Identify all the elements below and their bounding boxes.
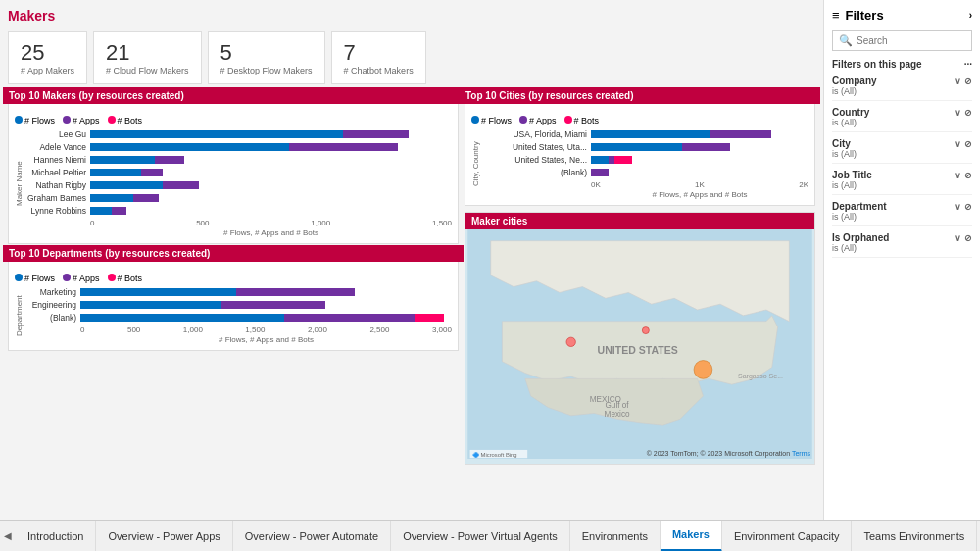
kpi-desktop-makers: 5 # Desktop Flow Makers [208,31,325,84]
bar-row-marketing: Marketing [26,287,452,297]
filter-city: City ∨ ⊘ is (All) [832,138,972,164]
filter-country: Country ∨ ⊘ is (All) [832,107,972,132]
dept-y-axis: Department [15,287,26,344]
bar-row-hannes: Hannes Niemi [26,155,452,165]
kpi-chatbot-makers-label: # Chatbot Makers [344,66,414,75]
filter-dept-expand[interactable]: ∨ [955,202,961,212]
filter-search-box[interactable]: 🔍 [832,30,972,51]
kpi-app-makers: 25 # App Makers [8,31,87,84]
filter-orphaned-expand[interactable]: ∨ [955,233,961,243]
dept-legend-apps: # Apps [63,274,100,283]
top10-departments-title: Top 10 Departments (by resources created… [3,245,464,262]
kpi-chatbot-makers: 7 # Chatbot Makers [331,31,426,84]
kpi-chatbot-makers-value: 7 [344,40,414,66]
filter-country-expand[interactable]: ∨ [955,108,961,118]
dept-x-label: # Flows, # Apps and # Bots [26,335,452,344]
tab-overview-virtual-agents[interactable]: Overview - Power Virtual Agents [391,521,570,552]
tab-environments[interactable]: Environments [570,521,661,552]
bar-row-adele: Adele Vance [26,142,452,152]
tab-overview-power-apps[interactable]: Overview - Power Apps [96,521,232,552]
filter-search-input[interactable] [857,35,965,46]
filter-icon: ≡ [832,8,840,23]
filters-section-title: Filters on this page ··· [832,59,972,70]
filter-city-expand[interactable]: ∨ [955,139,961,149]
filter-jobtitle-expand[interactable]: ∨ [955,171,961,180]
bar-row-lynne: Lynne Robbins [26,206,452,216]
filter-panel: ≡ Filters › 🔍 Filters on this page ··· C… [823,0,980,520]
filter-jobtitle-clear[interactable]: ⊘ [964,171,972,180]
tab-introduction[interactable]: Introduction [16,521,96,552]
dept-legend: # Flows # Apps # Bots [15,274,452,283]
filter-title: Filters [846,8,884,23]
svg-text:Mexico: Mexico [605,410,630,419]
bar-row-engineering: Engineering [26,300,452,310]
cities-legend-apps: # Apps [519,116,557,125]
tab-overview-power-automate[interactable]: Overview - Power Automate [233,521,391,552]
filter-country-clear[interactable]: ⊘ [964,108,972,118]
tab-environment-capacity[interactable]: Environment Capacity [722,521,853,552]
bar-row-nathan: Nathan Rigby [26,180,452,190]
legend-flows: # Flows [15,116,55,125]
map-svg: Gulf of Mexico UNITED STATES MEXICO Sarg… [466,229,814,459]
filter-orphaned-clear[interactable]: ⊘ [964,233,972,243]
makers-legend: # Flows # Apps # Bots [15,116,452,125]
bar-row-graham: Graham Barnes [26,193,452,203]
filter-company-expand[interactable]: ∨ [955,76,961,86]
search-icon: 🔍 [839,34,853,47]
top10-makers-chart: Top 10 Makers (by resources created) # F… [8,92,459,244]
tab-makers[interactable]: Makers [661,521,722,552]
cities-legend-bots: # Bots [564,116,600,125]
bar-row-michael: Michael Peltier [26,168,452,177]
kpi-desktop-makers-value: 5 [220,40,313,66]
maker-cities-map: Maker cities G [465,212,815,465]
bar-row-miami: USA, Florida, Miami [483,129,808,139]
city-dot-utah [566,337,575,346]
cities-legend-flows: # Flows [471,116,512,125]
filter-job-title: Job Title ∨ ⊘ is (All) [832,170,972,195]
bar-row-blank-city: (Blank) [483,168,808,177]
top10-cities-chart: Top 10 Cities (by resources created) # F… [465,92,815,206]
page-title: Makers [8,8,815,24]
filter-company-clear[interactable]: ⊘ [964,76,972,86]
bar-row-utah: United States, Uta... [483,142,808,152]
dept-x-ticks: 05001,0001,5002,0002,5003,000 [26,326,452,334]
city-dot-miami [694,361,712,379]
kpi-desktop-makers-label: # Desktop Flow Makers [220,66,313,75]
kpi-cloud-makers-label: # Cloud Flow Makers [106,66,189,75]
makers-x-label: # Flows, # Apps and # Bots [26,228,452,237]
map-terms-link[interactable]: Terms [792,450,810,457]
cities-legend: # Flows # Apps # Bots [471,116,808,125]
kpi-app-makers-label: # App Makers [21,66,74,75]
filter-department: Department ∨ ⊘ is (All) [832,201,972,226]
cities-x-ticks: 0K1K2K [483,180,808,189]
filter-city-clear[interactable]: ⊘ [964,139,972,149]
svg-text:UNITED STATES: UNITED STATES [598,344,678,356]
filter-header: ≡ Filters › [832,8,972,23]
filter-dept-clear[interactable]: ⊘ [964,202,972,212]
top10-makers-title: Top 10 Makers (by resources created) [3,87,464,104]
map-attribution: © 2023 TomTom; © 2023 Microsoft Corporat… [647,450,810,457]
bar-row-ne: United States, Ne... [483,155,808,165]
filter-expand-icon[interactable]: › [969,10,972,21]
maker-cities-title: Maker cities [466,213,814,229]
cities-y-axis: City, Country [471,129,483,199]
top10-cities-title: Top 10 Cities (by resources created) [460,87,820,104]
top10-departments-chart: Top 10 Departments (by resources created… [8,250,459,351]
nav-prev-arrow[interactable]: ◀ [0,530,16,541]
dept-legend-flows: # Flows [15,274,55,283]
bar-row-blank-dept: (Blank) [26,313,452,323]
svg-text:🔷 Microsoft Bing: 🔷 Microsoft Bing [472,451,517,459]
bar-row-lee-gu: Lee Gu [26,129,452,139]
makers-y-axis: Maker Name [15,129,26,237]
city-dot-ne [642,327,649,334]
dept-legend-bots: # Bots [108,274,143,283]
filter-orphaned: Is Orphaned ∨ ⊘ is (All) [832,232,972,258]
filter-company: Company ∨ ⊘ is (All) [832,75,972,101]
kpi-row: 25 # App Makers 21 # Cloud Flow Makers 5… [8,31,815,84]
svg-text:MEXICO: MEXICO [590,395,621,404]
legend-bots: # Bots [108,116,143,125]
tab-teams-environments[interactable]: Teams Environments [852,521,977,552]
kpi-app-makers-value: 25 [21,40,74,66]
filters-section-more[interactable]: ··· [964,59,972,70]
bottom-nav: ◀ Introduction Overview - Power Apps Ove… [0,520,980,551]
